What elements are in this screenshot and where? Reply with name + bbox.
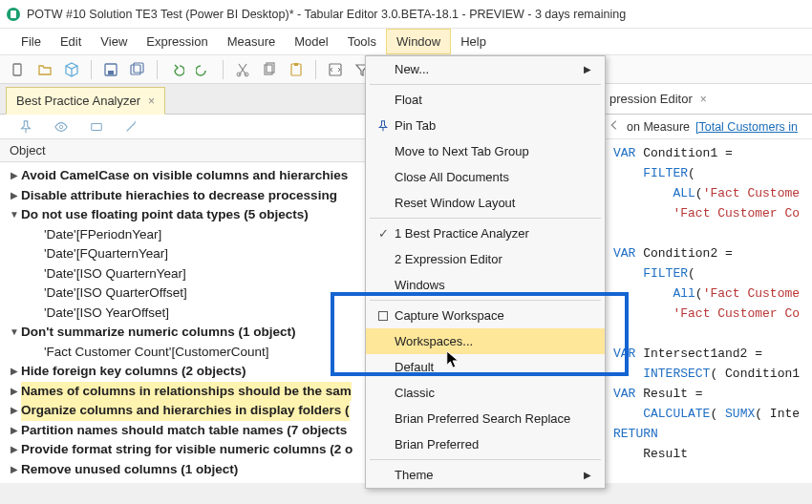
menu-window-1[interactable]: ✓1 Best Practice Analyzer — [366, 220, 605, 246]
new-doc-icon[interactable] — [8, 59, 29, 80]
svg-rect-2 — [13, 64, 21, 75]
cursor-icon — [445, 349, 462, 373]
close-icon[interactable]: × — [148, 94, 155, 108]
svg-rect-4 — [108, 71, 114, 74]
window-title: POTW #10 Solution TE3 Test (Power BI Des… — [27, 8, 626, 21]
nav-left-icon[interactable] — [608, 118, 621, 135]
expression-editor-panel: pression Editor × on Measure [Total Cust… — [602, 84, 812, 464]
menu-bar: FileEditViewExpressionMeasureModelToolsW… — [0, 29, 812, 55]
menu-new[interactable]: New...▶ — [366, 56, 605, 82]
menu-pin-tab[interactable]: Pin Tab — [366, 113, 605, 138]
svg-rect-19 — [379, 311, 388, 320]
bpa-label: 'Date'[ISO YearOffset] — [44, 304, 169, 324]
menu-workspace-brian-search-replace[interactable]: Brian Preferred Search Replace — [366, 406, 605, 431]
copy-icon[interactable] — [259, 59, 280, 80]
tab-best-practice-analyzer[interactable]: Best Practice Analyzer × — [6, 87, 165, 115]
cut-icon[interactable] — [232, 59, 253, 80]
menu-model[interactable]: Model — [285, 29, 337, 54]
script-icon[interactable] — [325, 59, 346, 80]
svg-line-17 — [127, 122, 136, 131]
menu-window-2[interactable]: 2 Expression Editor — [366, 246, 605, 272]
chevron-right-icon[interactable]: ▶ — [8, 382, 21, 402]
save-all-icon[interactable] — [127, 59, 148, 80]
menu-file[interactable]: File — [11, 29, 51, 54]
bpa-label: 'Fact Customer Count'[CustomerCount] — [44, 343, 269, 363]
menu-windows[interactable]: Windows — [366, 272, 605, 298]
title-bar: POTW #10 Solution TE3 Test (Power BI Des… — [0, 0, 812, 29]
redo-icon[interactable] — [193, 59, 214, 80]
svg-rect-1 — [11, 10, 16, 18]
app-icon — [6, 7, 21, 22]
dax-code[interactable]: VAR Condition1 = FILTER( ALL('Fact Custo… — [602, 139, 812, 464]
svg-rect-12 — [294, 63, 298, 66]
bpa-label: Organize columns and hierarchies in disp… — [21, 401, 350, 421]
tab-label: Best Practice Analyzer — [16, 94, 140, 108]
menu-tools[interactable]: Tools — [338, 29, 386, 54]
bpa-label: Avoid CamelCase on visible columns and h… — [21, 166, 348, 186]
pin-icon[interactable] — [19, 120, 32, 134]
menu-workspace-default[interactable]: Default — [366, 354, 605, 380]
chevron-right-icon[interactable]: ▶ — [8, 421, 21, 441]
menu-close-all[interactable]: Close All Documents — [366, 164, 605, 190]
save-icon[interactable] — [100, 59, 121, 80]
menu-view[interactable]: View — [91, 29, 137, 54]
bpa-label: Names of columns in relationships should… — [21, 382, 352, 402]
column-header-object: Object — [10, 143, 46, 158]
menu-measure[interactable]: Measure — [218, 29, 286, 54]
breadcrumb-measure-link[interactable]: [Total Customers in — [695, 120, 798, 134]
badge-icon[interactable] — [90, 120, 103, 134]
menu-window[interactable]: Window — [386, 29, 451, 54]
bpa-label: Provide format string for visible numeri… — [21, 440, 353, 460]
window-menu-dropdown: New...▶ Float Pin Tab Move to Next Tab G… — [365, 55, 606, 489]
menu-workspace-brian-preferred[interactable]: Brian Preferred — [366, 431, 605, 457]
bpa-label: Do not use floating point data types (5 … — [21, 205, 309, 225]
cube-icon[interactable] — [61, 59, 82, 80]
bpa-label: Disable attribute hierachies to decrease… — [21, 186, 337, 206]
menu-help[interactable]: Help — [451, 29, 496, 54]
svg-rect-16 — [92, 123, 102, 130]
chevron-right-icon[interactable]: ▶ — [8, 440, 21, 460]
menu-workspace-classic[interactable]: Classic — [366, 380, 605, 406]
bpa-label: Remove unused columns (1 object) — [21, 460, 238, 480]
bpa-label: 'Date'[FPeriodnYear] — [44, 225, 161, 245]
chevron-right-icon[interactable]: ▶ — [8, 460, 21, 480]
undo-icon[interactable] — [166, 59, 187, 80]
bpa-label: 'Date'[ISO QuarternYear] — [44, 264, 186, 284]
svg-point-15 — [59, 125, 63, 129]
chevron-down-icon[interactable]: ▼ — [8, 205, 21, 225]
chevron-right-icon[interactable]: ▶ — [8, 186, 21, 206]
menu-float[interactable]: Float — [366, 87, 605, 113]
svg-rect-13 — [330, 64, 341, 75]
bpa-label: 'Date'[FQuarternYear] — [44, 244, 168, 264]
bpa-label: Partition names should match table names… — [21, 421, 347, 441]
menu-edit[interactable]: Edit — [51, 29, 91, 54]
capture-icon — [372, 310, 395, 322]
tab-expression-editor[interactable]: pression Editor × — [602, 84, 812, 115]
bpa-label: Don't summarize numeric columns (1 objec… — [21, 323, 296, 343]
paste-icon[interactable] — [286, 59, 307, 80]
menu-expression[interactable]: Expression — [137, 29, 217, 54]
pin-icon — [372, 120, 395, 132]
chevron-right-icon[interactable]: ▶ — [8, 401, 21, 421]
menu-reset-layout[interactable]: Reset Window Layout — [366, 190, 605, 216]
menu-move-next-tabgroup[interactable]: Move to Next Tab Group — [366, 138, 605, 164]
expression-breadcrumb: on Measure [Total Customers in — [602, 115, 812, 139]
bpa-label: Hide foreign key columns (2 objects) — [21, 362, 246, 382]
breadcrumb-prefix: on Measure — [627, 120, 690, 134]
menu-capture-workspace[interactable]: Capture Workspace — [366, 303, 605, 328]
chevron-down-icon[interactable]: ▼ — [8, 323, 21, 343]
check-icon: ✓ — [372, 226, 395, 241]
chevron-right-icon[interactable]: ▶ — [8, 166, 21, 186]
menu-theme[interactable]: Theme▶ — [366, 462, 605, 488]
bpa-label: 'Date'[ISO QuarterOffset] — [44, 284, 187, 304]
wand-icon[interactable] — [124, 120, 138, 134]
open-icon[interactable] — [34, 59, 55, 80]
menu-workspaces[interactable]: Workspaces... — [366, 328, 605, 354]
chevron-right-icon[interactable]: ▶ — [8, 362, 21, 382]
close-icon[interactable]: × — [700, 93, 707, 106]
eye-icon[interactable] — [53, 120, 69, 134]
tab-label: pression Editor — [609, 92, 693, 106]
